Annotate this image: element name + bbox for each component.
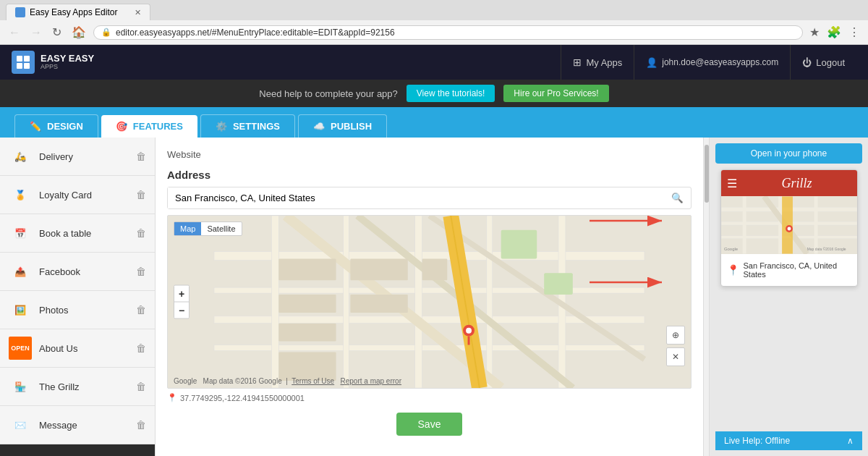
hamburger-icon[interactable]: ☰: [727, 177, 737, 190]
svg-text:Map data ©2016 Google: Map data ©2016 Google: [807, 247, 846, 251]
logo-icon: [12, 51, 35, 74]
map-tab-map[interactable]: Map: [174, 222, 201, 235]
svg-rect-32: [778, 196, 782, 253]
tutorials-button[interactable]: View the tutorials!: [407, 85, 495, 102]
extensions-icon[interactable]: 🧩: [825, 24, 843, 41]
home-button[interactable]: 🏠: [69, 24, 89, 41]
sidebar-item-contacts[interactable]: 🏠 Contacts 🗑: [0, 444, 155, 456]
my-apps-nav-item[interactable]: ⊞ My Apps: [561, 45, 634, 80]
forward-button[interactable]: →: [27, 25, 45, 41]
svg-rect-35: [782, 196, 793, 253]
svg-text:Google: Google: [723, 247, 738, 251]
message-icon: ✉️: [9, 413, 32, 436]
zoom-out-button[interactable]: −: [174, 302, 189, 318]
sidebar-item-loyalty[interactable]: 🏅 Loyalty Card 🗑: [0, 176, 155, 214]
bookmark-icon[interactable]: ★: [807, 24, 822, 41]
menu-icon[interactable]: ⋮: [846, 24, 862, 41]
svg-rect-33: [814, 196, 817, 253]
delete-about-icon[interactable]: 🗑: [136, 342, 146, 354]
tab-title: Easy Easy Apps Editor: [30, 7, 117, 17]
delete-book-icon[interactable]: 🗑: [136, 227, 146, 239]
tab-settings[interactable]: ⚙️ SETTINGS: [200, 114, 295, 138]
logo-area: EASY EASY APPS: [12, 51, 94, 74]
scrollbar[interactable]: [703, 138, 709, 456]
phone-preview-panel: Open in your phone ☰ Grillz: [709, 138, 868, 456]
tab-design[interactable]: ✏️ DESIGN: [14, 114, 98, 138]
address-search-button[interactable]: 🔍: [664, 187, 691, 208]
sidebar-item-delivery[interactable]: 🛵 Delivery 🗑: [0, 138, 155, 176]
close-tab-icon[interactable]: ✕: [135, 8, 141, 17]
url-text: editor.easyeasyapps.net/#MenuEntryPlace:…: [116, 28, 395, 38]
location-button[interactable]: ⊕: [666, 326, 685, 345]
loyalty-icon: 🏅: [9, 183, 32, 206]
live-help-bar[interactable]: Live Help: Offline ∧: [715, 431, 862, 450]
header-nav: ⊞ My Apps 👤 john.doe@easyeasyapps.com ⏻ …: [561, 45, 856, 80]
sidebar-item-photos-label: Photos: [39, 305, 129, 316]
delete-delivery-icon[interactable]: 🗑: [136, 151, 146, 162]
delete-grillz-icon[interactable]: 🗑: [136, 381, 146, 392]
phone-header: ☰ Grillz: [721, 170, 857, 196]
address-input[interactable]: [168, 187, 664, 208]
sidebar-item-book[interactable]: 📅 Book a table 🗑: [0, 214, 155, 253]
sidebar-item-grillz-label: The Grillz: [39, 381, 129, 392]
logout-icon: ⏻: [802, 57, 812, 68]
sidebar-item-loyalty-label: Loyalty Card: [39, 190, 129, 200]
delete-message-icon[interactable]: 🗑: [136, 419, 146, 431]
svg-rect-31: [742, 196, 746, 253]
reload-button[interactable]: ↻: [49, 24, 64, 41]
sidebar: 🛵 Delivery 🗑 🏅 Loyalty Card 🗑 📅 Book a t…: [0, 138, 156, 456]
coordinates-row: 📍 37.7749295,-122.41941550000001: [167, 393, 692, 402]
tab-features[interactable]: 🎯 FEATURES: [101, 115, 197, 138]
svg-rect-23: [544, 273, 573, 295]
svg-rect-6: [344, 216, 349, 388]
browser-chrome: Easy Easy Apps Editor ✕ ← → ↻ 🏠 🔒 editor…: [0, 0, 868, 45]
browser-actions: ★ 🧩 ⋮: [807, 24, 862, 41]
photos-icon: 🖼️: [9, 298, 32, 321]
design-icon: ✏️: [30, 121, 41, 132]
sidebar-item-facebook[interactable]: 📤 Facebook 🗑: [0, 253, 155, 291]
phone-app-name: Grillz: [743, 176, 851, 191]
sidebar-item-delivery-label: Delivery: [39, 151, 129, 162]
report-link[interactable]: Report a map error: [341, 377, 401, 385]
tab-publish[interactable]: ☁️ PUBLISH: [298, 114, 387, 138]
scrollbar-thumb[interactable]: [705, 145, 709, 203]
save-button[interactable]: Save: [396, 413, 463, 436]
lock-icon: 🔒: [101, 28, 111, 37]
my-apps-label: My Apps: [586, 57, 622, 68]
main-content: 🛵 Delivery 🗑 🏅 Loyalty Card 🗑 📅 Book a t…: [0, 138, 868, 456]
logo-text: EASY EASY APPS: [41, 54, 94, 71]
address-bar[interactable]: 🔒 editor.easyeasyapps.net/#MenuEntryPlac…: [93, 25, 803, 40]
map-action-buttons: ⊕ ✕: [666, 326, 685, 366]
sidebar-item-message[interactable]: ✉️ Message 🗑: [0, 406, 155, 444]
grid-icon: ⊞: [573, 56, 582, 68]
tab-bar: Easy Easy Apps Editor ✕: [0, 0, 868, 20]
live-help-text: Live Help: Offline: [724, 436, 790, 446]
back-button[interactable]: ←: [6, 25, 23, 41]
browser-tab[interactable]: Easy Easy Apps Editor ✕: [6, 4, 150, 20]
logout-nav-item[interactable]: ⏻ Logout: [790, 45, 856, 80]
close-map-button[interactable]: ✕: [666, 347, 685, 366]
sidebar-item-photos[interactable]: 🖼️ Photos 🗑: [0, 291, 155, 329]
phone-frame: ☰ Grillz: [720, 169, 858, 287]
sidebar-item-about[interactable]: OPEN About Us 🗑: [0, 329, 155, 368]
terms-link[interactable]: Terms of Use: [292, 377, 334, 385]
notification-text: Need help to complete your app?: [259, 88, 398, 99]
tab-favicon: [15, 7, 25, 17]
delete-facebook-icon[interactable]: 🗑: [136, 266, 146, 277]
svg-rect-5: [271, 216, 278, 388]
delete-photos-icon[interactable]: 🗑: [136, 304, 146, 316]
zoom-in-button[interactable]: +: [174, 286, 189, 302]
map-svg: [168, 216, 691, 388]
sidebar-item-grillz[interactable]: 🏪 The Grillz 🗑: [0, 368, 155, 406]
user-email-nav-item[interactable]: 👤 john.doe@easyeasyapps.com: [634, 45, 790, 80]
open-in-phone-button[interactable]: Open in your phone: [715, 143, 862, 164]
delete-loyalty-icon[interactable]: 🗑: [136, 189, 146, 200]
phone-address: 📍 San Francisco, CA, United States: [721, 254, 857, 286]
map-tab-satellite[interactable]: Satellite: [201, 222, 241, 235]
user-email-label: john.doe@easyeasyapps.com: [662, 57, 778, 67]
map-tabs: Map Satellite: [174, 221, 242, 236]
browser-nav-bar: ← → ↻ 🏠 🔒 editor.easyeasyapps.net/#MenuE…: [0, 20, 868, 45]
svg-rect-16: [350, 259, 407, 281]
pro-services-button[interactable]: Hire our Pro Services!: [503, 85, 608, 102]
svg-rect-17: [278, 295, 336, 313]
